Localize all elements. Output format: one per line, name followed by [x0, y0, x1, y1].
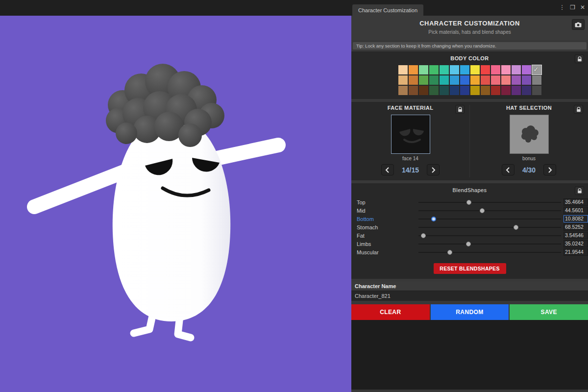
blendshape-slider[interactable]: [418, 232, 561, 240]
scene-viewport[interactable]: [0, 16, 351, 392]
color-swatch[interactable]: [429, 86, 439, 95]
blendshape-slider[interactable]: [418, 248, 561, 256]
color-swatch[interactable]: [450, 86, 459, 95]
clear-button[interactable]: CLEAR: [351, 304, 430, 320]
color-swatch[interactable]: [440, 86, 449, 95]
chevron-right-icon: [548, 167, 552, 173]
color-swatch[interactable]: [398, 65, 408, 74]
blendshape-value-field[interactable]: 35.4664: [564, 198, 588, 206]
page-title: CHARACTER CUSTOMIZATION: [351, 20, 588, 27]
color-swatch[interactable]: [419, 75, 428, 85]
section-face-hat: FACE MATERIAL face 14: [351, 102, 588, 180]
slider-knob[interactable]: [431, 217, 436, 221]
reset-blendshapes-button[interactable]: RESET BLENDSHAPES: [434, 263, 506, 274]
color-swatch[interactable]: [512, 75, 521, 85]
color-swatch[interactable]: [460, 86, 469, 95]
save-button[interactable]: SAVE: [510, 304, 588, 320]
blendshape-row: Muscular21.9544: [351, 248, 588, 256]
color-swatch[interactable]: [398, 75, 408, 85]
color-swatch[interactable]: [429, 65, 439, 74]
color-swatch[interactable]: [450, 75, 459, 85]
face-material-lock-button[interactable]: [455, 105, 465, 114]
hat-next-button[interactable]: [543, 164, 556, 175]
color-swatch[interactable]: [429, 75, 439, 85]
face-counter-row: 14/15: [351, 164, 469, 175]
slider-track: [418, 202, 561, 203]
color-swatch[interactable]: [491, 75, 500, 85]
color-swatch[interactable]: [522, 86, 531, 95]
blendshapes-lock-button[interactable]: [575, 186, 584, 195]
color-swatch[interactable]: [512, 65, 521, 74]
character-name-label: Character Name: [355, 283, 396, 289]
section-body-color: BODY COLOR ✓: [351, 51, 588, 99]
hat-prev-button[interactable]: [502, 164, 514, 175]
color-swatch[interactable]: [532, 75, 541, 85]
lock-icon: [576, 107, 581, 112]
color-swatch[interactable]: [450, 65, 459, 74]
color-swatch[interactable]: [491, 86, 500, 95]
color-swatch[interactable]: ✓: [532, 65, 541, 74]
blendshape-row: Mid44.5601: [351, 206, 588, 215]
random-button[interactable]: RANDOM: [431, 304, 509, 320]
menu-icon[interactable]: ⋮: [559, 4, 565, 11]
color-swatch[interactable]: [491, 65, 500, 74]
color-swatch[interactable]: [409, 75, 418, 85]
color-swatch[interactable]: [440, 75, 449, 85]
color-swatch[interactable]: [501, 86, 511, 95]
blendshape-value-field[interactable]: 68.5252: [564, 223, 588, 231]
tip-banner: Tip: Lock any section to keep it from ch…: [353, 42, 587, 49]
blendshape-label: Mid: [357, 208, 418, 214]
color-swatch[interactable]: [522, 65, 531, 74]
color-swatch[interactable]: [481, 65, 490, 74]
blendshape-slider[interactable]: [418, 240, 561, 248]
hat-item-label: bonus: [470, 156, 588, 161]
face-material-column: FACE MATERIAL face 14: [351, 105, 469, 177]
blendshape-slider[interactable]: [418, 223, 561, 231]
blendshape-slider[interactable]: [418, 215, 561, 223]
color-swatch[interactable]: [501, 65, 511, 74]
close-icon[interactable]: ✕: [580, 4, 585, 11]
blendshape-value-field[interactable]: 3.54546: [564, 232, 588, 239]
color-swatch[interactable]: [460, 65, 469, 74]
slider-knob[interactable]: [514, 225, 518, 230]
tab-character-customization[interactable]: Character Customization: [352, 4, 423, 16]
color-swatch[interactable]: [419, 86, 428, 95]
hat-selection-lock-button[interactable]: [574, 105, 583, 114]
blendshape-value-field[interactable]: 35.0242: [564, 240, 588, 247]
blendshape-row: Stomach68.5252: [351, 223, 588, 231]
slider-knob[interactable]: [421, 233, 426, 238]
blendshape-value-field[interactable]: 44.5601: [564, 207, 588, 214]
color-swatch[interactable]: [522, 75, 531, 85]
blendshape-slider[interactable]: [418, 198, 561, 206]
blendshape-value-field[interactable]: 21.9544: [564, 248, 588, 256]
color-swatch[interactable]: [419, 65, 428, 74]
color-swatch[interactable]: [501, 75, 511, 85]
blendshape-slider[interactable]: [418, 207, 561, 215]
color-swatch[interactable]: [409, 86, 418, 95]
slider-knob[interactable]: [480, 208, 485, 213]
color-swatch[interactable]: [470, 86, 480, 95]
slider-knob[interactable]: [447, 250, 452, 255]
character-name-input[interactable]: [351, 291, 588, 301]
color-swatch[interactable]: [398, 86, 408, 95]
face-next-button[interactable]: [427, 164, 440, 175]
color-swatch[interactable]: [481, 86, 490, 95]
character-hair: [106, 64, 224, 147]
slider-knob[interactable]: [466, 200, 471, 205]
color-swatch[interactable]: [409, 65, 418, 74]
character-3d-view: [0, 16, 351, 392]
color-swatch[interactable]: [440, 65, 449, 74]
chevron-right-icon: [431, 167, 436, 173]
screenshot-button[interactable]: [572, 19, 585, 30]
color-swatch[interactable]: [470, 75, 480, 85]
color-swatch[interactable]: [512, 86, 521, 95]
blendshape-value-field[interactable]: 10.8082: [564, 215, 588, 222]
slider-knob[interactable]: [466, 242, 471, 246]
color-swatch[interactable]: [460, 75, 469, 85]
body-color-lock-button[interactable]: [575, 54, 584, 63]
face-prev-button[interactable]: [381, 164, 394, 175]
maximize-icon[interactable]: ❒: [570, 4, 575, 11]
color-swatch[interactable]: [481, 75, 490, 85]
color-swatch[interactable]: [470, 65, 480, 74]
color-swatch[interactable]: [532, 86, 541, 95]
